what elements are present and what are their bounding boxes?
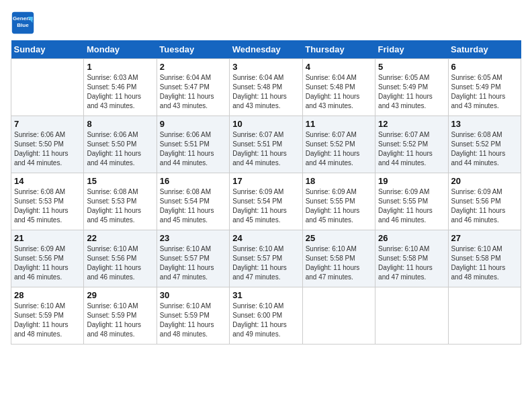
day-number: 29 [87, 290, 153, 300]
svg-text:Blue: Blue [17, 22, 29, 28]
day-info: Sunrise: 6:04 AM Sunset: 5:47 PM Dayligh… [160, 73, 226, 111]
calendar-cell [448, 287, 521, 345]
calendar-cell: 25Sunrise: 6:10 AM Sunset: 5:58 PM Dayli… [302, 230, 375, 287]
day-number: 5 [378, 62, 445, 72]
weekday-header-thursday: Thursday [302, 40, 375, 59]
day-number: 27 [451, 233, 518, 243]
day-number: 31 [232, 290, 299, 300]
day-number: 7 [14, 119, 81, 129]
page-header: General Blue [11, 11, 521, 35]
weekday-header-monday: Monday [84, 40, 157, 59]
calendar-cell: 19Sunrise: 6:09 AM Sunset: 5:55 PM Dayli… [375, 173, 448, 230]
calendar-cell: 15Sunrise: 6:08 AM Sunset: 5:53 PM Dayli… [84, 173, 157, 230]
day-info: Sunrise: 6:10 AM Sunset: 5:57 PM Dayligh… [232, 244, 299, 282]
calendar-week-row: 7Sunrise: 6:06 AM Sunset: 5:50 PM Daylig… [11, 116, 521, 173]
day-number: 19 [378, 176, 445, 186]
day-number: 26 [378, 233, 445, 243]
day-number: 28 [14, 290, 81, 300]
day-info: Sunrise: 6:10 AM Sunset: 5:57 PM Dayligh… [160, 244, 226, 282]
day-number: 30 [160, 290, 226, 300]
calendar-week-row: 1Sunrise: 6:03 AM Sunset: 5:46 PM Daylig… [11, 59, 521, 116]
day-number: 3 [232, 62, 299, 72]
day-number: 12 [378, 119, 445, 129]
day-info: Sunrise: 6:06 AM Sunset: 5:50 PM Dayligh… [87, 130, 153, 168]
weekday-header-tuesday: Tuesday [157, 40, 229, 59]
calendar-cell: 5Sunrise: 6:05 AM Sunset: 5:49 PM Daylig… [375, 59, 448, 116]
day-info: Sunrise: 6:10 AM Sunset: 6:00 PM Dayligh… [232, 302, 299, 339]
day-info: Sunrise: 6:07 AM Sunset: 5:51 PM Dayligh… [232, 130, 299, 168]
calendar-cell: 24Sunrise: 6:10 AM Sunset: 5:57 PM Dayli… [230, 230, 302, 287]
day-info: Sunrise: 6:10 AM Sunset: 5:58 PM Dayligh… [451, 244, 518, 282]
calendar-cell: 8Sunrise: 6:06 AM Sunset: 5:50 PM Daylig… [84, 116, 157, 173]
weekday-header-friday: Friday [375, 40, 448, 59]
logo-icon: General Blue [11, 11, 35, 35]
day-number: 16 [160, 176, 226, 186]
calendar-cell [11, 59, 84, 116]
calendar-week-row: 21Sunrise: 6:09 AM Sunset: 5:56 PM Dayli… [11, 230, 521, 287]
day-number: 11 [306, 119, 372, 129]
day-number: 21 [14, 233, 81, 243]
day-info: Sunrise: 6:10 AM Sunset: 5:59 PM Dayligh… [14, 302, 81, 339]
day-info: Sunrise: 6:05 AM Sunset: 5:49 PM Dayligh… [378, 73, 445, 111]
logo: General Blue [11, 11, 38, 35]
day-number: 22 [87, 233, 153, 243]
calendar-cell: 2Sunrise: 6:04 AM Sunset: 5:47 PM Daylig… [157, 59, 229, 116]
weekday-header-row: SundayMondayTuesdayWednesdayThursdayFrid… [11, 40, 521, 59]
day-info: Sunrise: 6:07 AM Sunset: 5:52 PM Dayligh… [306, 130, 372, 168]
day-info: Sunrise: 6:09 AM Sunset: 5:55 PM Dayligh… [378, 187, 445, 225]
day-number: 9 [160, 119, 226, 129]
weekday-header-saturday: Saturday [448, 40, 521, 59]
calendar-cell: 20Sunrise: 6:09 AM Sunset: 5:56 PM Dayli… [448, 173, 521, 230]
day-number: 25 [306, 233, 372, 243]
day-info: Sunrise: 6:09 AM Sunset: 5:56 PM Dayligh… [14, 244, 81, 282]
day-number: 15 [87, 176, 153, 186]
calendar-cell: 7Sunrise: 6:06 AM Sunset: 5:50 PM Daylig… [11, 116, 84, 173]
day-info: Sunrise: 6:04 AM Sunset: 5:48 PM Dayligh… [232, 73, 299, 111]
day-info: Sunrise: 6:05 AM Sunset: 5:49 PM Dayligh… [451, 73, 518, 111]
calendar-cell: 1Sunrise: 6:03 AM Sunset: 5:46 PM Daylig… [84, 59, 157, 116]
day-info: Sunrise: 6:10 AM Sunset: 5:58 PM Dayligh… [306, 244, 372, 282]
calendar-cell: 9Sunrise: 6:06 AM Sunset: 5:51 PM Daylig… [157, 116, 229, 173]
calendar-cell: 12Sunrise: 6:07 AM Sunset: 5:52 PM Dayli… [375, 116, 448, 173]
calendar-body: 1Sunrise: 6:03 AM Sunset: 5:46 PM Daylig… [11, 59, 521, 345]
day-number: 24 [232, 233, 299, 243]
calendar-cell [375, 287, 448, 345]
calendar-header: SundayMondayTuesdayWednesdayThursdayFrid… [11, 40, 521, 59]
calendar-cell: 14Sunrise: 6:08 AM Sunset: 5:53 PM Dayli… [11, 173, 84, 230]
calendar-cell: 17Sunrise: 6:09 AM Sunset: 5:54 PM Dayli… [230, 173, 302, 230]
day-info: Sunrise: 6:06 AM Sunset: 5:51 PM Dayligh… [160, 130, 226, 168]
day-number: 13 [451, 119, 518, 129]
day-info: Sunrise: 6:09 AM Sunset: 5:54 PM Dayligh… [232, 187, 299, 225]
calendar-cell: 16Sunrise: 6:08 AM Sunset: 5:54 PM Dayli… [157, 173, 229, 230]
day-number: 17 [232, 176, 299, 186]
day-info: Sunrise: 6:09 AM Sunset: 5:56 PM Dayligh… [451, 187, 518, 225]
day-info: Sunrise: 6:10 AM Sunset: 5:59 PM Dayligh… [160, 302, 226, 339]
calendar-cell: 18Sunrise: 6:09 AM Sunset: 5:55 PM Dayli… [302, 173, 375, 230]
weekday-header-wednesday: Wednesday [230, 40, 302, 59]
day-info: Sunrise: 6:07 AM Sunset: 5:52 PM Dayligh… [378, 130, 445, 168]
day-info: Sunrise: 6:09 AM Sunset: 5:55 PM Dayligh… [306, 187, 372, 225]
calendar-cell: 31Sunrise: 6:10 AM Sunset: 6:00 PM Dayli… [230, 287, 302, 345]
day-info: Sunrise: 6:08 AM Sunset: 5:54 PM Dayligh… [160, 187, 226, 225]
weekday-header-sunday: Sunday [11, 40, 84, 59]
calendar-cell: 28Sunrise: 6:10 AM Sunset: 5:59 PM Dayli… [11, 287, 84, 345]
calendar-cell: 11Sunrise: 6:07 AM Sunset: 5:52 PM Dayli… [302, 116, 375, 173]
calendar-cell: 21Sunrise: 6:09 AM Sunset: 5:56 PM Dayli… [11, 230, 84, 287]
calendar-week-row: 28Sunrise: 6:10 AM Sunset: 5:59 PM Dayli… [11, 287, 521, 345]
day-number: 14 [14, 176, 81, 186]
day-info: Sunrise: 6:06 AM Sunset: 5:50 PM Dayligh… [14, 130, 81, 168]
calendar-cell: 22Sunrise: 6:10 AM Sunset: 5:56 PM Dayli… [84, 230, 157, 287]
calendar-cell: 4Sunrise: 6:04 AM Sunset: 5:48 PM Daylig… [302, 59, 375, 116]
calendar-cell: 23Sunrise: 6:10 AM Sunset: 5:57 PM Dayli… [157, 230, 229, 287]
day-number: 8 [87, 119, 153, 129]
day-info: Sunrise: 6:08 AM Sunset: 5:53 PM Dayligh… [14, 187, 81, 225]
calendar-cell [302, 287, 375, 345]
calendar-cell: 29Sunrise: 6:10 AM Sunset: 5:59 PM Dayli… [84, 287, 157, 345]
day-info: Sunrise: 6:10 AM Sunset: 5:58 PM Dayligh… [378, 244, 445, 282]
day-number: 23 [160, 233, 226, 243]
calendar-table: SundayMondayTuesdayWednesdayThursdayFrid… [11, 40, 521, 345]
calendar-cell: 30Sunrise: 6:10 AM Sunset: 5:59 PM Dayli… [157, 287, 229, 345]
day-number: 20 [451, 176, 518, 186]
day-number: 1 [87, 62, 153, 72]
day-info: Sunrise: 6:08 AM Sunset: 5:52 PM Dayligh… [451, 130, 518, 168]
